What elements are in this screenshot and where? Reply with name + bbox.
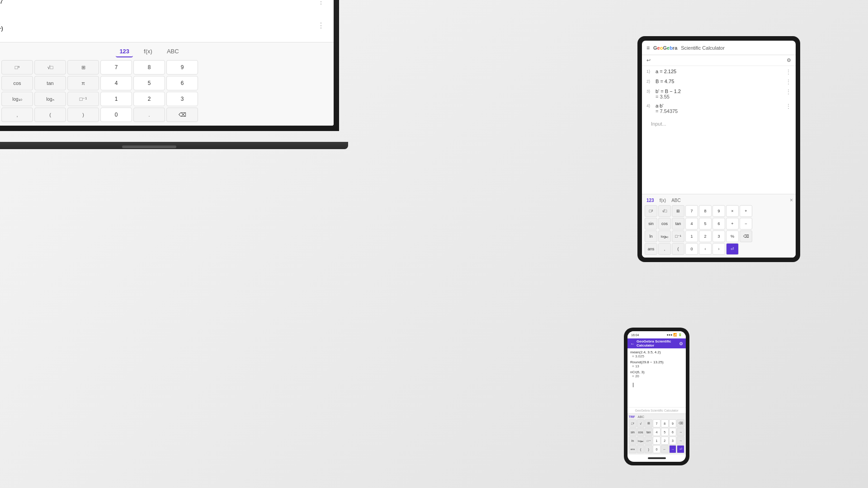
tablet-key-backspace[interactable]: ⌫ — [740, 230, 752, 242]
tablet-key-inverse[interactable]: □⁻¹ — [672, 230, 684, 242]
key-8[interactable]: 8 — [133, 60, 165, 75]
phone-back-button[interactable]: ← — [630, 341, 635, 346]
tablet-undo[interactable]: ↩ — [646, 57, 651, 63]
key-cos[interactable]: cos — [1, 76, 33, 90]
phone-key-inverse[interactable]: □⁻¹ — [645, 436, 652, 445]
phone-key-6[interactable]: 6 — [669, 428, 677, 436]
key-dot[interactable]: . — [133, 108, 165, 122]
tablet-key-tan[interactable]: tan — [672, 218, 684, 230]
key-log10[interactable]: log₁₀ — [1, 92, 33, 106]
tablet-key-6[interactable]: 6 — [712, 218, 725, 230]
tab-123[interactable]: 123 — [116, 46, 133, 57]
key-6[interactable]: 6 — [166, 76, 198, 90]
phone-key-rparen[interactable]: ) — [645, 445, 652, 453]
tablet-key-multiply[interactable]: × — [726, 205, 739, 217]
tablet-result-options[interactable]: ⋮ — [786, 69, 791, 75]
tablet-key-8[interactable]: 8 — [699, 205, 712, 217]
tablet-key-lparen[interactable]: ( — [672, 243, 684, 255]
phone-key-ln[interactable]: ln — [629, 436, 637, 445]
tablet-key-4[interactable]: 4 — [685, 218, 698, 230]
tab-fx[interactable]: f(x) — [140, 46, 156, 57]
tablet-key-ln[interactable]: ln — [645, 230, 657, 242]
key-5[interactable]: 5 — [133, 76, 165, 90]
tablet-key-0[interactable]: 0 — [685, 243, 698, 255]
phone-key-backspace[interactable]: ⌫ — [677, 419, 684, 427]
key-matrix[interactable]: ⊞ — [67, 60, 99, 75]
key-7[interactable]: 7 — [100, 60, 132, 75]
tablet-settings[interactable]: ⚙ — [787, 57, 791, 63]
phone-key-2[interactable]: 2 — [661, 436, 669, 445]
phone-tab-trf[interactable]: TRF — [629, 415, 635, 418]
tablet-key-square[interactable]: □² — [645, 205, 657, 217]
tablet-input-area[interactable]: Input... — [646, 117, 791, 129]
key-tan[interactable]: tan — [34, 76, 66, 90]
tablet-tab-123[interactable]: 123 — [646, 198, 654, 203]
phone-key-7[interactable]: 7 — [653, 419, 660, 427]
key-0[interactable]: 0 — [100, 108, 132, 122]
result-options-button[interactable]: ⋮ — [317, 21, 325, 30]
tablet-hamburger-icon[interactable]: ≡ — [646, 45, 650, 51]
tablet-key-ans[interactable]: ans — [645, 243, 657, 255]
key-pi[interactable]: π — [67, 76, 99, 90]
key-inverse[interactable]: □⁻¹ — [67, 92, 99, 106]
tablet-result-options[interactable]: ⋮ — [786, 103, 791, 109]
tablet-key-9[interactable]: 9 — [712, 205, 725, 217]
tablet-key-cos[interactable]: cos — [658, 218, 671, 230]
tablet-key-right[interactable]: › — [712, 243, 725, 255]
tablet-key-2[interactable]: 2 — [699, 230, 712, 242]
key-lparen[interactable]: ( — [34, 108, 66, 122]
phone-key-square[interactable]: □² — [629, 419, 637, 427]
tablet-key-5[interactable]: 5 — [699, 218, 712, 230]
phone-key-3[interactable]: 3 — [669, 436, 677, 445]
tablet-result-options[interactable]: ⋮ — [786, 79, 791, 85]
phone-key-left-nav[interactable]: ← — [661, 445, 669, 453]
tablet-key-1[interactable]: 1 — [685, 230, 698, 242]
phone-key-1[interactable]: 1 — [653, 436, 660, 445]
key-power[interactable]: □ⁿ — [1, 60, 33, 75]
phone-key-log10[interactable]: log₁₀ — [637, 436, 645, 445]
phone-settings-button[interactable]: ⚙ — [679, 341, 683, 346]
result-options-button[interactable]: ⋮ — [317, 0, 325, 6]
tablet-key-enter[interactable]: ⏎ — [726, 243, 739, 255]
phone-key-0[interactable]: 0 — [653, 445, 660, 453]
phone-key-matrix[interactable]: ⊞ — [645, 419, 652, 427]
phone-key-sin[interactable]: sin — [629, 428, 637, 436]
key-backspace[interactable]: ⌫ — [166, 108, 198, 122]
phone-key-8[interactable]: 8 — [661, 419, 669, 427]
phone-key-lparen[interactable]: ( — [637, 445, 645, 453]
phone-key-9[interactable]: 9 — [669, 419, 677, 427]
tablet-key-percent[interactable]: % — [726, 230, 739, 242]
phone-key-ans[interactable]: ans — [629, 445, 637, 453]
tablet-key-plus2[interactable]: + — [726, 218, 739, 230]
phone-key-cos[interactable]: cos — [637, 428, 645, 436]
phone-key-5[interactable]: 5 — [661, 428, 669, 436]
tablet-key-left[interactable]: ‹ — [699, 243, 712, 255]
phone-input-area[interactable] — [630, 380, 683, 390]
key-9[interactable]: 9 — [166, 60, 198, 75]
phone-key-right2[interactable]: → — [677, 436, 684, 445]
phone-key-sqrt[interactable]: √ — [637, 419, 645, 427]
tab-abc[interactable]: ABC — [163, 46, 183, 57]
tablet-tab-abc[interactable]: ABC — [671, 198, 681, 203]
tablet-key-3[interactable]: 3 — [712, 230, 725, 242]
phone-key-right1[interactable]: → — [677, 428, 684, 436]
tablet-result-options[interactable]: ⋮ — [786, 89, 791, 95]
phone-key-tan[interactable]: tan — [645, 428, 652, 436]
tablet-tab-fx[interactable]: f(x) — [660, 198, 666, 203]
key-logn[interactable]: logₙ — [34, 92, 66, 106]
key-comma[interactable]: , — [1, 108, 33, 122]
key-2[interactable]: 2 — [133, 92, 165, 106]
tablet-key-log10[interactable]: log₁₀ — [658, 230, 671, 242]
key-3[interactable]: 3 — [166, 92, 198, 106]
tablet-key-sin[interactable]: sin — [645, 218, 657, 230]
tablet-key-matrix[interactable]: ⊞ — [672, 205, 684, 217]
key-4[interactable]: 4 — [100, 76, 132, 90]
tablet-key-7[interactable]: 7 — [685, 205, 698, 217]
tablet-key-minus[interactable]: − — [740, 218, 752, 230]
phone-tab-abc[interactable]: ABC — [638, 415, 644, 418]
tablet-kb-close-button[interactable]: × — [790, 197, 793, 203]
phone-key-4[interactable]: 4 — [653, 428, 660, 436]
tablet-key-comma[interactable]: , — [658, 243, 671, 255]
phone-key-right-nav[interactable]: → — [669, 445, 677, 453]
tablet-key-plus[interactable]: + — [740, 205, 752, 217]
